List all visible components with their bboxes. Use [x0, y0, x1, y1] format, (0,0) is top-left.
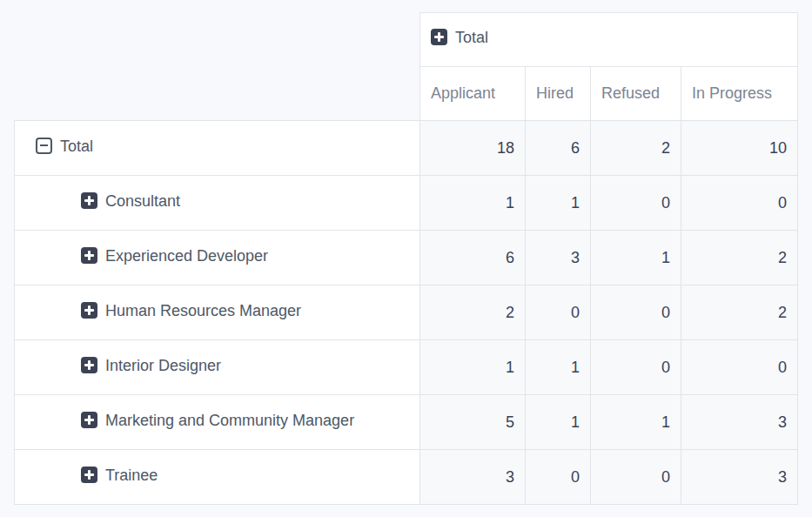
minus-square-icon[interactable]	[36, 138, 52, 154]
row-label: Trainee	[105, 467, 158, 485]
pivot-value-cell[interactable]: 1	[420, 176, 526, 231]
row-header[interactable]: Experienced Developer	[15, 231, 420, 285]
measure-header-refused[interactable]: Refused	[591, 67, 681, 121]
pivot-header: Total Applicant Hired Refused In Progres…	[15, 13, 798, 121]
row-header-content: Experienced Developer	[81, 247, 268, 265]
pivot-value-cell[interactable]: 1	[591, 231, 681, 285]
row-label: Human Resources Manager	[105, 302, 301, 320]
pivot-value-cell[interactable]: 1	[591, 395, 681, 450]
row-header-content: Marketing and Community Manager	[81, 412, 354, 430]
plus-square-icon[interactable]	[81, 302, 97, 319]
pivot-value-cell[interactable]: 6	[420, 231, 526, 285]
pivot-value-cell[interactable]: 0	[681, 340, 798, 395]
pivot-value-cell[interactable]: 3	[681, 450, 798, 505]
pivot-value-cell[interactable]: 18	[420, 121, 526, 176]
row-header-content: Interior Designer	[81, 357, 221, 375]
pivot-value-cell[interactable]: 3	[526, 231, 591, 285]
row-header-content: Total	[36, 138, 93, 156]
row-header-content: Trainee	[81, 467, 158, 485]
row-label: Experienced Developer	[105, 247, 268, 265]
pivot-value-cell[interactable]: 6	[526, 121, 591, 176]
measure-header-in-progress[interactable]: In Progress	[681, 67, 798, 121]
pivot-value-cell[interactable]: 1	[526, 176, 591, 231]
row-header[interactable]: Total	[15, 121, 420, 176]
measure-header-applicant[interactable]: Applicant	[420, 67, 526, 121]
pivot-value-cell[interactable]: 2	[420, 285, 526, 340]
row-header[interactable]: Human Resources Manager	[15, 285, 420, 340]
plus-square-icon[interactable]	[81, 357, 97, 373]
row-header[interactable]: Trainee	[15, 450, 420, 505]
row-header[interactable]: Consultant	[15, 176, 420, 231]
pivot-value-cell[interactable]: 0	[591, 285, 681, 340]
column-group-label: Total	[455, 29, 488, 47]
pivot-table: Total Applicant Hired Refused In Progres…	[14, 12, 798, 505]
row-label: Total	[60, 138, 93, 156]
measure-header-row: Applicant Hired Refused In Progress	[15, 67, 798, 121]
column-group-header-total[interactable]: Total	[420, 13, 798, 67]
row-label: Consultant	[105, 192, 180, 211]
plus-square-icon[interactable]	[81, 247, 97, 264]
pivot-value-cell[interactable]: 0	[681, 176, 798, 231]
plus-square-icon[interactable]	[81, 192, 97, 209]
plus-square-icon[interactable]	[431, 29, 447, 45]
row-header[interactable]: Marketing and Community Manager	[15, 395, 420, 450]
pivot-value-cell[interactable]: 3	[681, 395, 798, 450]
pivot-value-cell[interactable]: 0	[526, 450, 591, 505]
pivot-body: Total 18 6 2 10 Consultant 1 1 0 0 Exper…	[15, 121, 798, 505]
pivot-value-cell[interactable]: 0	[591, 450, 681, 505]
pivot-value-cell[interactable]: 1	[420, 340, 526, 395]
plus-square-icon[interactable]	[81, 467, 97, 483]
table-row: Trainee 3 0 0 3	[15, 450, 798, 505]
table-row: Total 18 6 2 10	[15, 121, 798, 176]
measure-header-hired[interactable]: Hired	[526, 67, 591, 121]
row-header[interactable]: Interior Designer	[15, 340, 420, 395]
table-row: Interior Designer 1 1 0 0	[15, 340, 798, 395]
plus-square-icon[interactable]	[81, 412, 97, 428]
table-row: Experienced Developer 6 3 1 2	[15, 231, 798, 285]
pivot-value-cell[interactable]: 2	[591, 121, 681, 176]
row-header-content: Consultant	[81, 192, 180, 211]
pivot-value-cell[interactable]: 5	[420, 395, 526, 450]
row-header-content: Human Resources Manager	[81, 302, 301, 320]
pivot-value-cell[interactable]: 10	[681, 121, 798, 176]
pivot-value-cell[interactable]: 3	[420, 450, 526, 505]
pivot-value-cell[interactable]: 2	[681, 285, 798, 340]
pivot-value-cell[interactable]: 1	[526, 395, 591, 450]
pivot-value-cell[interactable]: 2	[681, 231, 798, 285]
table-row: Consultant 1 1 0 0	[15, 176, 798, 231]
table-row: Human Resources Manager 2 0 0 2	[15, 285, 798, 340]
pivot-value-cell[interactable]: 0	[591, 176, 681, 231]
table-row: Marketing and Community Manager 5 1 1 3	[15, 395, 798, 450]
corner-cell	[15, 13, 420, 67]
column-group-row: Total	[15, 13, 798, 67]
pivot-value-cell[interactable]: 0	[526, 285, 591, 340]
pivot-view: Total Applicant Hired Refused In Progres…	[14, 12, 798, 505]
corner-cell	[15, 67, 420, 121]
row-label: Interior Designer	[105, 357, 221, 375]
row-label: Marketing and Community Manager	[105, 412, 354, 430]
column-group-content: Total	[431, 29, 488, 47]
pivot-value-cell[interactable]: 1	[526, 340, 591, 395]
pivot-value-cell[interactable]: 0	[591, 340, 681, 395]
